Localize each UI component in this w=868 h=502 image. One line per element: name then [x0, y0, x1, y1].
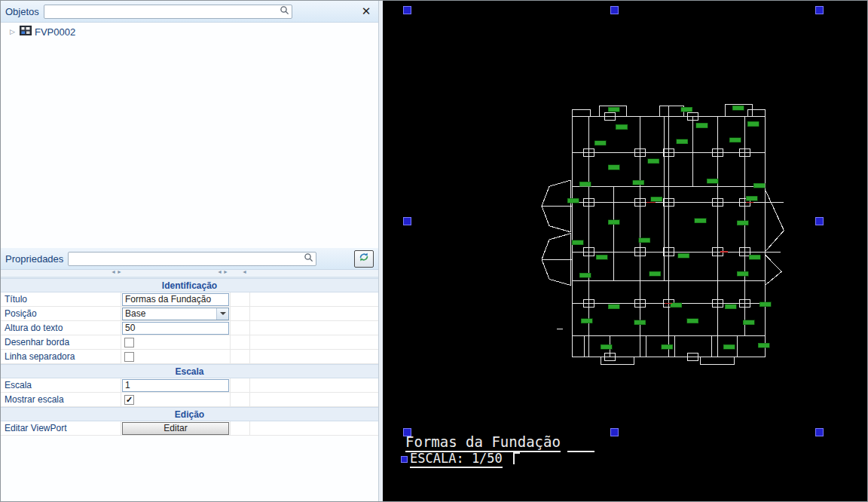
editar-button[interactable]: Editar	[122, 422, 229, 435]
properties-view-toggle-button[interactable]	[354, 250, 374, 268]
value-input[interactable]: 1	[122, 379, 229, 392]
property-row: Desenhar borda	[1, 335, 378, 350]
viewport-title-text: Formas da Fundação	[405, 433, 561, 452]
tree-item-label: FVP0002	[35, 26, 75, 38]
property-row: Editar ViewPortEditar	[1, 421, 378, 436]
property-label: Escala	[1, 378, 121, 392]
properties-grid: IdentificaçãoTítuloFormas da FundaçãoPos…	[1, 277, 378, 501]
selection-handle-middle-left[interactable]	[403, 217, 411, 225]
properties-panel-title: Propriedades	[5, 253, 63, 265]
value-input[interactable]: Formas da Fundação	[122, 293, 229, 306]
splitter-arrows[interactable]: ◄►	[111, 269, 123, 274]
property-row: Linha separadora	[1, 350, 378, 364]
properties-search-input[interactable]	[72, 253, 304, 264]
properties-search-box[interactable]	[68, 252, 316, 266]
property-row: PosiçãoBase	[1, 307, 378, 321]
property-value-cell: 1	[121, 378, 231, 392]
value-checkbox[interactable]	[124, 338, 134, 347]
property-value-cell: Formas da Fundação	[121, 292, 231, 306]
property-label: Editar ViewPort	[1, 421, 121, 435]
chevron-down-icon	[216, 308, 228, 320]
property-label: Título	[1, 292, 121, 306]
title-underline	[567, 443, 594, 452]
objects-search-box[interactable]	[44, 5, 292, 19]
property-value-cell: Base	[121, 307, 231, 320]
property-label: Linha separadora	[1, 350, 121, 363]
objects-header-bar: Objetos ✕	[1, 1, 378, 23]
expander-icon[interactable]: ▷	[8, 28, 17, 35]
property-value-cell: Editar	[121, 421, 231, 435]
left-panel: Objetos ✕ ▷ FVP0002 Propriedades	[1, 1, 379, 501]
section-header: Identificação	[1, 278, 378, 292]
search-icon	[304, 252, 313, 265]
value-checkbox[interactable]: ✓	[124, 395, 134, 405]
selection-handle-top-left[interactable]	[403, 6, 411, 14]
property-label: Altura do texto	[1, 321, 121, 335]
app-window: Objetos ✕ ▷ FVP0002 Propriedades	[0, 0, 868, 502]
scale-bracket	[513, 452, 520, 464]
property-label: Mostrar escala	[1, 393, 121, 406]
sync-icon	[358, 251, 370, 266]
section-header: Edição	[1, 407, 378, 421]
viewport-scale-row: ESCALA: 1/50	[410, 451, 520, 468]
splitter-arrows[interactable]: ◄	[242, 269, 248, 274]
property-value-cell: 50	[121, 321, 231, 335]
value-input[interactable]: 50	[122, 322, 229, 335]
property-row: TítuloFormas da Fundação	[1, 292, 378, 307]
property-value-cell	[121, 335, 231, 349]
property-row: Mostrar escala✓	[1, 393, 378, 407]
search-icon	[280, 5, 289, 18]
property-value-cell	[121, 350, 231, 363]
viewport-scale-text: ESCALA: 1/50	[410, 451, 503, 468]
property-row: Altura do texto50	[1, 321, 378, 335]
viewport-title-row: Formas da Fundação	[405, 433, 594, 452]
selection-handle-middle-right[interactable]	[815, 217, 824, 225]
foundation-plan-drawing	[383, 1, 867, 501]
property-row: Escala1	[1, 378, 378, 393]
property-label: Desenhar borda	[1, 335, 121, 349]
dropdown-value: Base	[123, 308, 216, 319]
text-grip-handle[interactable]	[401, 456, 408, 463]
splitter-arrows[interactable]: ◄►	[217, 269, 229, 274]
close-button[interactable]: ✕	[359, 5, 374, 18]
value-checkbox[interactable]	[124, 352, 134, 362]
selection-handle-bottom-center[interactable]	[610, 428, 619, 436]
properties-header-bar: Propriedades	[1, 248, 378, 270]
selection-handle-bottom-right[interactable]	[815, 428, 824, 436]
tree-item-fvp0002[interactable]: ▷ FVP0002	[1, 25, 378, 38]
objects-tree: ▷ FVP0002	[1, 23, 378, 248]
drawing-file-icon	[20, 26, 32, 38]
cad-canvas[interactable]: Formas da Fundação ESCALA: 1/50	[383, 1, 867, 501]
property-value-cell: ✓	[121, 393, 231, 406]
value-dropdown[interactable]: Base	[122, 308, 229, 320]
selection-handle-top-right[interactable]	[815, 6, 824, 14]
selection-handle-top-center[interactable]	[610, 6, 619, 14]
section-header: Escala	[1, 364, 378, 378]
objects-search-input[interactable]	[47, 6, 280, 17]
column-splitter-row[interactable]: ◄► ◄► ◄	[1, 270, 378, 277]
viewport-area: Formas da Fundação ESCALA: 1/50	[379, 1, 867, 501]
property-label: Posição	[1, 307, 121, 320]
objects-panel-title: Objetos	[5, 6, 39, 17]
selection-handle-bottom-left[interactable]	[403, 428, 411, 436]
